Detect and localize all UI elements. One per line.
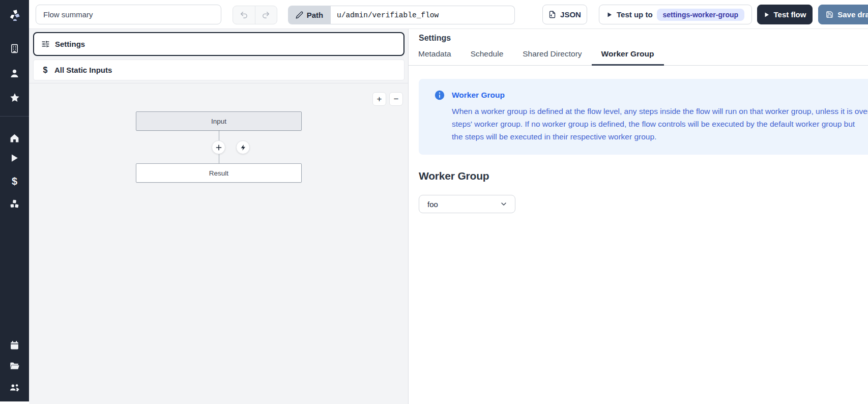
info-icon	[434, 90, 445, 101]
plus-icon	[215, 144, 222, 151]
undo-icon	[240, 11, 248, 19]
play-icon	[764, 12, 770, 18]
windmill-logo-icon[interactable]	[0, 8, 29, 21]
user-icon[interactable]	[0, 68, 29, 79]
result-node[interactable]: Result	[136, 163, 302, 183]
test-up-to-label: Test up to	[617, 10, 653, 19]
save-draft-button[interactable]: Save draft	[818, 5, 868, 24]
worker-group-info-box: Worker Group When a worker group is defi…	[419, 79, 868, 155]
calendar-icon[interactable]	[0, 340, 29, 351]
lightning-icon	[240, 144, 247, 151]
all-static-inputs-item[interactable]: $ All Static Inputs	[33, 60, 404, 80]
result-node-label: Result	[209, 169, 228, 177]
test-flow-label: Test flow	[774, 10, 806, 19]
user-group-gear-icon[interactable]	[0, 382, 29, 393]
add-step-button[interactable]	[212, 140, 225, 154]
test-flow-button[interactable]: Test flow	[757, 5, 813, 24]
worker-group-select-value: foo	[427, 200, 438, 209]
top-toolbar: Path JSON Test up to settings-worker-gro…	[0, 0, 868, 29]
folder-open-icon[interactable]	[0, 360, 29, 371]
input-node-label: Input	[211, 118, 226, 125]
play-icon[interactable]	[0, 153, 29, 163]
app-sidebar: $	[0, 0, 29, 401]
save-draft-label: Save draft	[837, 10, 868, 19]
dollar-icon[interactable]: $	[0, 176, 29, 187]
info-box-title: Worker Group	[452, 91, 505, 100]
settings-panel: Settings Metadata Schedule Shared Direct…	[409, 29, 868, 404]
path-input[interactable]	[331, 6, 515, 24]
tab-schedule[interactable]: Schedule	[461, 46, 513, 66]
star-icon[interactable]	[0, 92, 29, 103]
tab-worker-group[interactable]: Worker Group	[592, 46, 664, 66]
settings-panel-title: Settings	[419, 34, 868, 43]
file-json-icon	[548, 11, 556, 18]
building-icon[interactable]	[0, 43, 29, 54]
redo-icon	[262, 11, 270, 19]
undo-button[interactable]	[233, 6, 255, 24]
json-button-label: JSON	[560, 10, 581, 19]
worker-group-badge[interactable]: settings-worker-group	[657, 9, 745, 21]
tab-shared-directory[interactable]: Shared Directory	[513, 46, 591, 66]
path-edit-button[interactable]: Path	[288, 6, 331, 24]
path-label: Path	[307, 11, 324, 19]
zoom-out-button[interactable]: −	[389, 92, 403, 106]
all-static-inputs-label: All Static Inputs	[54, 66, 112, 74]
worker-group-section-title: Worker Group	[419, 170, 868, 182]
flow-canvas[interactable]: + − Input Result	[29, 83, 408, 404]
play-icon	[606, 12, 613, 18]
zoom-in-button[interactable]: +	[372, 92, 386, 106]
flow-settings-label: Settings	[55, 40, 85, 48]
tab-metadata[interactable]: Metadata	[409, 46, 461, 66]
info-box-text: the steps will be executed in their resp…	[452, 130, 868, 143]
info-box-text: steps' worker group. If no worker group …	[452, 118, 868, 130]
cubes-icon[interactable]	[0, 198, 29, 209]
sliders-icon	[41, 40, 50, 48]
trigger-button[interactable]	[236, 140, 250, 154]
home-icon[interactable]	[0, 133, 29, 143]
save-icon	[826, 11, 833, 18]
pencil-icon	[296, 11, 303, 19]
undo-redo-group	[233, 6, 277, 24]
worker-group-select[interactable]: foo	[419, 195, 515, 213]
redo-button[interactable]	[255, 6, 277, 24]
test-up-to-button[interactable]: Test up to settings-worker-group	[599, 5, 752, 24]
json-button[interactable]: JSON	[542, 5, 587, 24]
chevron-down-icon	[500, 200, 508, 208]
settings-tabs: Metadata Schedule Shared Directory Worke…	[409, 46, 868, 66]
info-box-text: When a worker group is defined at the fl…	[452, 105, 868, 118]
sidebar-divider	[0, 116, 29, 117]
flow-summary-input[interactable]	[36, 5, 221, 24]
input-node[interactable]: Input	[136, 111, 302, 131]
path-field-group: Path	[288, 6, 515, 24]
dollar-icon: $	[41, 66, 49, 75]
settings-tab-content: Worker Group When a worker group is defi…	[409, 79, 868, 213]
flow-editor-panel: Settings $ All Static Inputs + − Input R…	[29, 29, 409, 404]
flow-settings-item[interactable]: Settings	[33, 32, 404, 56]
